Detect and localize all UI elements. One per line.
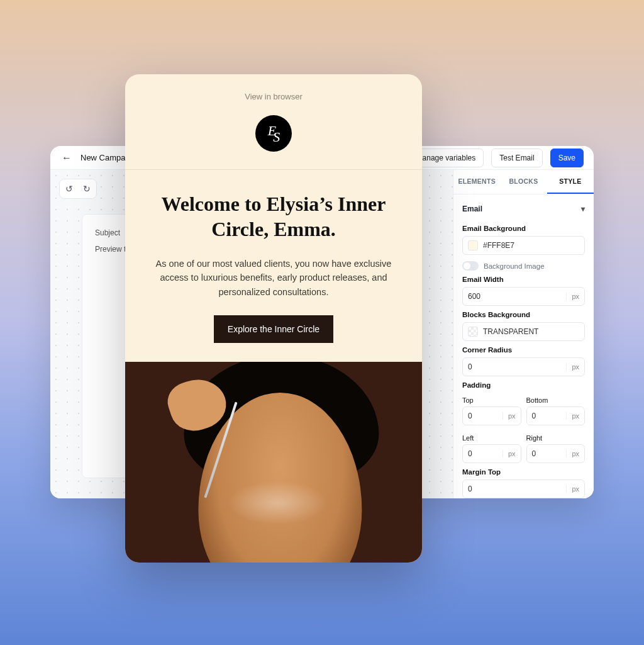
padding-right-value[interactable] bbox=[532, 449, 562, 458]
undo-redo-group: ↺ ↻ bbox=[59, 179, 97, 199]
tab-style[interactable]: STYLE bbox=[547, 170, 594, 194]
hero-image bbox=[125, 362, 422, 563]
email-heading: Welcome to Elysia’s Inner Circle, Emma. bbox=[125, 170, 422, 242]
input-email-width[interactable]: px bbox=[462, 287, 585, 306]
unit-px: px bbox=[566, 293, 579, 300]
unit-px: px bbox=[566, 363, 579, 371]
label-padding-bottom: Bottom bbox=[526, 396, 586, 404]
input-padding-top[interactable]: px bbox=[462, 407, 521, 425]
brand-logo: E S bbox=[255, 115, 292, 152]
padding-top-value[interactable] bbox=[468, 412, 497, 420]
logo-letter-s: S bbox=[273, 129, 279, 145]
padding-bottom-value[interactable] bbox=[532, 412, 562, 420]
color-swatch-icon bbox=[468, 240, 478, 250]
hero-highlight bbox=[227, 481, 328, 525]
redo-icon[interactable]: ↻ bbox=[80, 182, 94, 196]
tab-elements[interactable]: ELEMENTS bbox=[453, 170, 500, 194]
input-corner-radius[interactable]: px bbox=[462, 357, 585, 376]
label-blocks-background: Blocks Background bbox=[462, 311, 585, 318]
toggle-background-image-row: Background Image bbox=[462, 261, 585, 271]
email-preview-card: View in browser E S Welcome to Elysia’s … bbox=[125, 74, 422, 563]
view-in-browser-link[interactable]: View in browser bbox=[125, 74, 422, 111]
panel-scroll[interactable]: Email ▾ Email Background Background Imag… bbox=[453, 194, 594, 498]
back-arrow-icon[interactable]: ← bbox=[60, 152, 73, 164]
tab-blocks[interactable]: BLOCKS bbox=[500, 170, 547, 194]
transparent-swatch-icon bbox=[468, 327, 478, 337]
label-email-background: Email Background bbox=[462, 225, 585, 232]
label-background-image: Background Image bbox=[484, 262, 545, 270]
label-email-width: Email Width bbox=[462, 276, 585, 283]
input-padding-bottom[interactable]: px bbox=[526, 407, 586, 425]
input-blocks-background[interactable] bbox=[462, 322, 585, 341]
section-email-label: Email bbox=[462, 205, 482, 213]
corner-radius-value[interactable] bbox=[468, 362, 561, 371]
email-background-value[interactable] bbox=[483, 241, 579, 250]
blocks-background-value[interactable] bbox=[483, 327, 579, 336]
input-padding-right[interactable]: px bbox=[526, 444, 586, 463]
label-margin-top: Margin Top bbox=[462, 468, 585, 476]
save-button[interactable]: Save bbox=[550, 149, 584, 167]
unit-px: px bbox=[566, 450, 579, 457]
explore-cta-button[interactable]: Explore the Inner Circle bbox=[214, 315, 333, 343]
unit-px: px bbox=[566, 485, 579, 493]
margin-top-value[interactable] bbox=[468, 485, 561, 493]
label-padding-top: Top bbox=[462, 396, 521, 404]
undo-icon[interactable]: ↺ bbox=[62, 182, 76, 196]
unit-px: px bbox=[566, 412, 579, 420]
section-email[interactable]: Email ▾ bbox=[462, 202, 585, 220]
unit-px: px bbox=[502, 450, 516, 457]
test-email-button[interactable]: Test Email bbox=[491, 149, 542, 167]
padding-left-value[interactable] bbox=[468, 449, 497, 458]
background-image-toggle[interactable] bbox=[462, 261, 479, 271]
label-padding-right: Right bbox=[526, 434, 586, 442]
label-corner-radius: Corner Radius bbox=[462, 346, 585, 354]
style-panel: ELEMENTS BLOCKS STYLE Email ▾ Email Back… bbox=[453, 170, 594, 498]
input-email-background[interactable] bbox=[462, 236, 585, 255]
label-padding-left: Left bbox=[462, 434, 521, 442]
unit-px: px bbox=[502, 412, 516, 420]
input-margin-top[interactable]: px bbox=[462, 480, 585, 498]
chevron-down-icon: ▾ bbox=[581, 205, 585, 213]
email-width-value[interactable] bbox=[468, 292, 561, 301]
input-padding-left[interactable]: px bbox=[462, 444, 521, 463]
panel-tabs: ELEMENTS BLOCKS STYLE bbox=[453, 170, 594, 194]
email-body-text: As one of our most valued clients, you n… bbox=[125, 242, 422, 299]
label-padding: Padding bbox=[462, 381, 585, 389]
